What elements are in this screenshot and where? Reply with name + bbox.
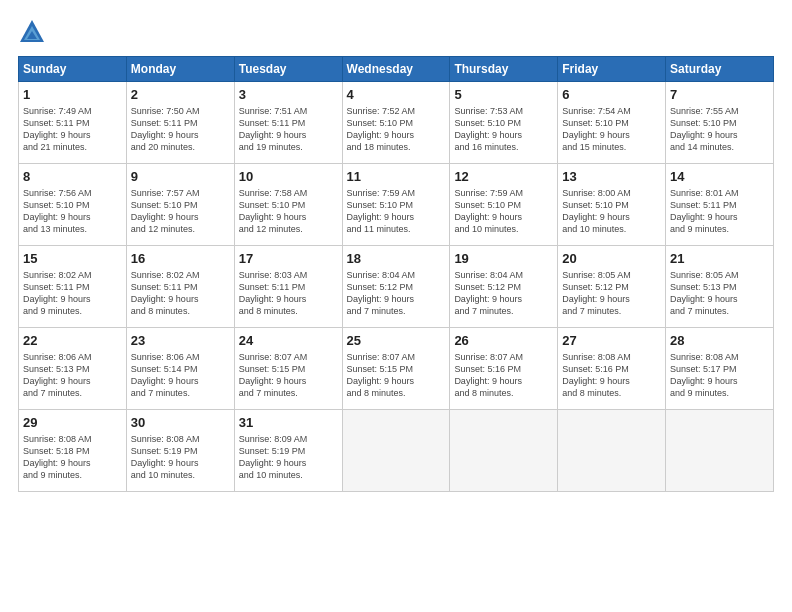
calendar-cell xyxy=(450,410,558,492)
calendar-cell: 6Sunrise: 7:54 AM Sunset: 5:10 PM Daylig… xyxy=(558,82,666,164)
logo xyxy=(18,18,50,46)
week-row-5: 29Sunrise: 8:08 AM Sunset: 5:18 PM Dayli… xyxy=(19,410,774,492)
calendar-cell: 4Sunrise: 7:52 AM Sunset: 5:10 PM Daylig… xyxy=(342,82,450,164)
day-info: Sunrise: 8:07 AM Sunset: 5:16 PM Dayligh… xyxy=(454,351,553,400)
day-info: Sunrise: 8:03 AM Sunset: 5:11 PM Dayligh… xyxy=(239,269,338,318)
day-info: Sunrise: 8:04 AM Sunset: 5:12 PM Dayligh… xyxy=(347,269,446,318)
day-number: 27 xyxy=(562,332,661,350)
calendar-cell: 16Sunrise: 8:02 AM Sunset: 5:11 PM Dayli… xyxy=(126,246,234,328)
day-number: 20 xyxy=(562,250,661,268)
header xyxy=(18,18,774,46)
calendar-cell: 9Sunrise: 7:57 AM Sunset: 5:10 PM Daylig… xyxy=(126,164,234,246)
day-number: 10 xyxy=(239,168,338,186)
calendar-cell: 24Sunrise: 8:07 AM Sunset: 5:15 PM Dayli… xyxy=(234,328,342,410)
day-info: Sunrise: 8:02 AM Sunset: 5:11 PM Dayligh… xyxy=(23,269,122,318)
weekday-tuesday: Tuesday xyxy=(234,57,342,82)
day-info: Sunrise: 7:53 AM Sunset: 5:10 PM Dayligh… xyxy=(454,105,553,154)
day-info: Sunrise: 7:51 AM Sunset: 5:11 PM Dayligh… xyxy=(239,105,338,154)
calendar-cell: 8Sunrise: 7:56 AM Sunset: 5:10 PM Daylig… xyxy=(19,164,127,246)
day-number: 18 xyxy=(347,250,446,268)
logo-icon xyxy=(18,18,46,46)
calendar-cell: 7Sunrise: 7:55 AM Sunset: 5:10 PM Daylig… xyxy=(666,82,774,164)
day-number: 28 xyxy=(670,332,769,350)
day-number: 8 xyxy=(23,168,122,186)
calendar-cell: 23Sunrise: 8:06 AM Sunset: 5:14 PM Dayli… xyxy=(126,328,234,410)
calendar-cell: 30Sunrise: 8:08 AM Sunset: 5:19 PM Dayli… xyxy=(126,410,234,492)
day-info: Sunrise: 7:59 AM Sunset: 5:10 PM Dayligh… xyxy=(454,187,553,236)
calendar-table: SundayMondayTuesdayWednesdayThursdayFrid… xyxy=(18,56,774,492)
day-number: 24 xyxy=(239,332,338,350)
day-number: 1 xyxy=(23,86,122,104)
calendar-cell: 29Sunrise: 8:08 AM Sunset: 5:18 PM Dayli… xyxy=(19,410,127,492)
weekday-sunday: Sunday xyxy=(19,57,127,82)
weekday-friday: Friday xyxy=(558,57,666,82)
day-number: 11 xyxy=(347,168,446,186)
day-number: 5 xyxy=(454,86,553,104)
calendar-cell: 21Sunrise: 8:05 AM Sunset: 5:13 PM Dayli… xyxy=(666,246,774,328)
calendar-cell: 11Sunrise: 7:59 AM Sunset: 5:10 PM Dayli… xyxy=(342,164,450,246)
day-info: Sunrise: 8:00 AM Sunset: 5:10 PM Dayligh… xyxy=(562,187,661,236)
day-number: 25 xyxy=(347,332,446,350)
calendar-cell: 15Sunrise: 8:02 AM Sunset: 5:11 PM Dayli… xyxy=(19,246,127,328)
day-info: Sunrise: 8:06 AM Sunset: 5:13 PM Dayligh… xyxy=(23,351,122,400)
calendar-cell: 12Sunrise: 7:59 AM Sunset: 5:10 PM Dayli… xyxy=(450,164,558,246)
day-number: 22 xyxy=(23,332,122,350)
week-row-1: 1Sunrise: 7:49 AM Sunset: 5:11 PM Daylig… xyxy=(19,82,774,164)
calendar-cell: 18Sunrise: 8:04 AM Sunset: 5:12 PM Dayli… xyxy=(342,246,450,328)
calendar-cell xyxy=(666,410,774,492)
day-number: 19 xyxy=(454,250,553,268)
calendar-cell: 2Sunrise: 7:50 AM Sunset: 5:11 PM Daylig… xyxy=(126,82,234,164)
day-number: 6 xyxy=(562,86,661,104)
day-info: Sunrise: 7:58 AM Sunset: 5:10 PM Dayligh… xyxy=(239,187,338,236)
day-number: 14 xyxy=(670,168,769,186)
day-info: Sunrise: 8:09 AM Sunset: 5:19 PM Dayligh… xyxy=(239,433,338,482)
calendar-cell: 17Sunrise: 8:03 AM Sunset: 5:11 PM Dayli… xyxy=(234,246,342,328)
calendar-cell: 22Sunrise: 8:06 AM Sunset: 5:13 PM Dayli… xyxy=(19,328,127,410)
day-info: Sunrise: 7:50 AM Sunset: 5:11 PM Dayligh… xyxy=(131,105,230,154)
day-number: 13 xyxy=(562,168,661,186)
calendar-cell: 26Sunrise: 8:07 AM Sunset: 5:16 PM Dayli… xyxy=(450,328,558,410)
week-row-3: 15Sunrise: 8:02 AM Sunset: 5:11 PM Dayli… xyxy=(19,246,774,328)
day-info: Sunrise: 8:07 AM Sunset: 5:15 PM Dayligh… xyxy=(239,351,338,400)
calendar-cell: 1Sunrise: 7:49 AM Sunset: 5:11 PM Daylig… xyxy=(19,82,127,164)
day-info: Sunrise: 8:04 AM Sunset: 5:12 PM Dayligh… xyxy=(454,269,553,318)
day-number: 31 xyxy=(239,414,338,432)
day-info: Sunrise: 7:55 AM Sunset: 5:10 PM Dayligh… xyxy=(670,105,769,154)
day-number: 29 xyxy=(23,414,122,432)
day-number: 3 xyxy=(239,86,338,104)
calendar-cell: 20Sunrise: 8:05 AM Sunset: 5:12 PM Dayli… xyxy=(558,246,666,328)
day-info: Sunrise: 7:52 AM Sunset: 5:10 PM Dayligh… xyxy=(347,105,446,154)
day-number: 17 xyxy=(239,250,338,268)
day-info: Sunrise: 8:05 AM Sunset: 5:13 PM Dayligh… xyxy=(670,269,769,318)
day-info: Sunrise: 8:01 AM Sunset: 5:11 PM Dayligh… xyxy=(670,187,769,236)
day-info: Sunrise: 8:02 AM Sunset: 5:11 PM Dayligh… xyxy=(131,269,230,318)
day-number: 9 xyxy=(131,168,230,186)
day-info: Sunrise: 8:06 AM Sunset: 5:14 PM Dayligh… xyxy=(131,351,230,400)
day-number: 23 xyxy=(131,332,230,350)
day-number: 15 xyxy=(23,250,122,268)
day-info: Sunrise: 7:54 AM Sunset: 5:10 PM Dayligh… xyxy=(562,105,661,154)
day-number: 7 xyxy=(670,86,769,104)
day-number: 4 xyxy=(347,86,446,104)
calendar-cell xyxy=(558,410,666,492)
weekday-saturday: Saturday xyxy=(666,57,774,82)
day-info: Sunrise: 8:08 AM Sunset: 5:19 PM Dayligh… xyxy=(131,433,230,482)
day-info: Sunrise: 7:57 AM Sunset: 5:10 PM Dayligh… xyxy=(131,187,230,236)
week-row-4: 22Sunrise: 8:06 AM Sunset: 5:13 PM Dayli… xyxy=(19,328,774,410)
calendar-cell: 28Sunrise: 8:08 AM Sunset: 5:17 PM Dayli… xyxy=(666,328,774,410)
week-row-2: 8Sunrise: 7:56 AM Sunset: 5:10 PM Daylig… xyxy=(19,164,774,246)
calendar-cell: 13Sunrise: 8:00 AM Sunset: 5:10 PM Dayli… xyxy=(558,164,666,246)
day-info: Sunrise: 8:08 AM Sunset: 5:17 PM Dayligh… xyxy=(670,351,769,400)
calendar-cell: 3Sunrise: 7:51 AM Sunset: 5:11 PM Daylig… xyxy=(234,82,342,164)
calendar-cell: 19Sunrise: 8:04 AM Sunset: 5:12 PM Dayli… xyxy=(450,246,558,328)
day-info: Sunrise: 7:59 AM Sunset: 5:10 PM Dayligh… xyxy=(347,187,446,236)
day-number: 16 xyxy=(131,250,230,268)
weekday-thursday: Thursday xyxy=(450,57,558,82)
day-number: 21 xyxy=(670,250,769,268)
calendar-cell: 5Sunrise: 7:53 AM Sunset: 5:10 PM Daylig… xyxy=(450,82,558,164)
day-number: 30 xyxy=(131,414,230,432)
weekday-monday: Monday xyxy=(126,57,234,82)
page: SundayMondayTuesdayWednesdayThursdayFrid… xyxy=(0,0,792,612)
calendar-cell: 27Sunrise: 8:08 AM Sunset: 5:16 PM Dayli… xyxy=(558,328,666,410)
day-info: Sunrise: 8:07 AM Sunset: 5:15 PM Dayligh… xyxy=(347,351,446,400)
